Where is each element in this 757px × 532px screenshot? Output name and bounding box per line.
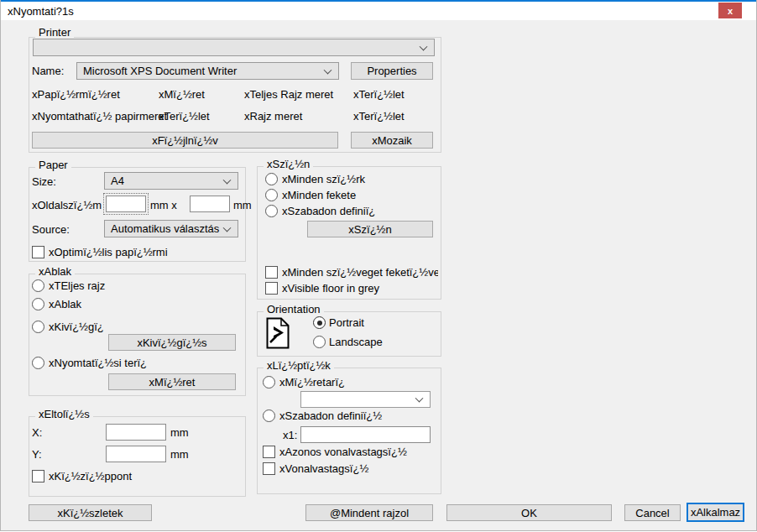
optimal-paper-checkbox[interactable]	[32, 246, 44, 258]
offset-x-input[interactable]	[106, 424, 166, 441]
area-info-label-1: xTerï¿½let	[353, 89, 405, 101]
chevron-down-icon	[324, 65, 332, 74]
page-unit-label-1: mm x	[150, 200, 177, 211]
drawing-size-info-label: xRajz meret	[244, 111, 302, 123]
size-button[interactable]: xMï¿½ret	[108, 373, 236, 390]
full-drawing-radio-label: xTEljes rajz	[49, 280, 105, 292]
filename-button[interactable]: xFï¿½jlnï¿½v	[32, 132, 338, 149]
window-radio[interactable]	[32, 298, 44, 310]
offset-y-input[interactable]	[106, 446, 166, 462]
landscape-radio[interactable]	[313, 336, 326, 348]
paper-source-label: Source:	[32, 224, 70, 236]
page-count-label: xOldalszï¿½m	[32, 200, 102, 211]
paper-group-label: Paper	[35, 159, 71, 171]
offset-y-unit-label: mm	[170, 449, 189, 461]
paper-size-label: Size:	[32, 176, 56, 188]
printer-group-label: Printer	[35, 26, 74, 39]
page-unit-label-2: mm	[233, 200, 252, 211]
text-black-checkbox-label: xMinden szï¿½veget feketï¿½vel nyom	[282, 267, 438, 279]
chevron-down-icon	[223, 223, 232, 232]
offset-y-label: Y:	[32, 449, 42, 461]
custom-scale-radio[interactable]	[263, 409, 275, 422]
printer-name-label: Name:	[32, 65, 64, 77]
size-info-label: xMï¿½ret	[159, 89, 205, 101]
print-dialog: xNyomtati?1s x Printer Name: Microsoft X…	[0, 0, 757, 531]
window-title: xNyomtati?1s	[8, 5, 74, 18]
all-grey-radio[interactable]	[265, 173, 278, 185]
title-bar: xNyomtati?1s	[1, 2, 756, 20]
chevron-down-icon	[223, 175, 232, 184]
mosaic-button[interactable]: xMozaik	[351, 132, 433, 149]
window-radio-label: xAblak	[49, 299, 81, 310]
page-orientation-icon	[265, 317, 290, 349]
scale-ratio-radio-label: xMï¿½retarï¿	[279, 377, 436, 389]
all-black-radio[interactable]	[265, 189, 278, 201]
scale-ratio-combobox[interactable]	[300, 391, 431, 408]
printer-name-combobox[interactable]: Microsoft XPS Document Writer	[76, 62, 339, 80]
window-area-group-label: xAblak	[35, 265, 75, 278]
close-button[interactable]: x	[718, 3, 742, 18]
optimal-paper-checkbox-label: xOptimï¿½lis papï¿½rmi	[49, 247, 168, 258]
color-button[interactable]: xSzï¿½n	[307, 221, 433, 237]
properties-button[interactable]: Properties	[351, 62, 433, 80]
text-black-checkbox[interactable]	[265, 266, 278, 279]
chevron-down-icon	[415, 394, 424, 403]
clip-button[interactable]: xKivï¿½gï¿½s	[108, 334, 236, 351]
color-group-label: xSzï¿½n	[264, 158, 313, 170]
center-checkbox-label: xKï¿½zï¿½ppont	[49, 471, 132, 482]
scale-x1-input[interactable]	[300, 426, 431, 443]
clip-radio-label: xKivï¿½gï¿	[49, 321, 104, 333]
lineweight-checkbox-label: xVonalvastagsï¿½	[279, 463, 368, 475]
draw-all-button[interactable]: @Mindent rajzol	[305, 504, 433, 521]
ok-button[interactable]: OK	[446, 504, 612, 521]
page-height-input[interactable]	[190, 196, 230, 212]
floor-grey-checkbox-label: xVisible floor in grey	[282, 283, 379, 295]
apply-button[interactable]: xAlkalmaz	[687, 503, 744, 522]
chevron-down-icon	[420, 42, 428, 50]
paper-source-combobox[interactable]: Automatikus választás	[104, 220, 238, 237]
scale-x1-label: x1:	[283, 430, 297, 441]
close-icon: x	[728, 6, 733, 16]
clip-radio[interactable]	[32, 321, 44, 333]
printable-paper-size-info-label: xNyomtathatï¿½ papirmeret	[32, 111, 167, 123]
printer-top-combobox[interactable]	[33, 39, 435, 56]
floor-grey-checkbox[interactable]	[265, 282, 278, 295]
paper-size-info-label: xPapï¿½rmï¿½ret	[32, 89, 120, 101]
presets-button[interactable]: xKï¿½szletek	[29, 504, 152, 521]
all-grey-radio-label: xMinden szï¿½rk	[282, 174, 436, 185]
print-area-radio-label: xNyomtatï¿½si terï¿	[49, 357, 147, 369]
lineweight-checkbox[interactable]	[263, 462, 275, 475]
portrait-radio[interactable]	[313, 316, 326, 329]
offset-x-label: X:	[32, 427, 42, 439]
all-black-radio-label: xMinden fekete	[282, 190, 356, 201]
orientation-group-label: Orientation	[264, 303, 324, 316]
offset-group-label: xEltolï¿½s	[35, 408, 93, 420]
custom-color-radio[interactable]	[265, 205, 278, 217]
scale-ratio-radio[interactable]	[263, 376, 275, 389]
paper-size-combobox-value: A4	[111, 175, 124, 187]
portrait-radio-label: Portrait	[329, 317, 364, 329]
scale-group-label: xLï¿½ptï¿½k	[264, 359, 334, 372]
landscape-radio-label: Landscape	[329, 336, 383, 348]
printer-name-combobox-value: Microsoft XPS Document Writer	[83, 65, 237, 77]
area-info-label-2: xTerï¿½let	[159, 111, 210, 123]
print-area-radio[interactable]	[32, 357, 44, 369]
full-drawing-radio[interactable]	[32, 279, 44, 292]
paper-size-combobox[interactable]: A4	[104, 172, 238, 190]
area-info-label-3: xTerï¿½let	[353, 111, 405, 123]
cancel-button[interactable]: Cancel	[624, 504, 681, 521]
custom-scale-radio-label: xSzabadon definiï¿½	[279, 410, 382, 422]
page-width-input[interactable]	[106, 196, 146, 212]
same-lineweight-checkbox-label: xAzonos vonalvastagsï¿½	[279, 446, 407, 458]
offset-x-unit-label: mm	[170, 427, 189, 439]
same-lineweight-checkbox[interactable]	[263, 446, 275, 458]
full-drawing-size-info-label: xTeljes Rajz meret	[244, 89, 333, 101]
center-checkbox[interactable]	[32, 470, 44, 482]
custom-color-radio-label: xSzabadon definiï¿	[282, 206, 436, 217]
paper-source-combobox-value: Automatikus választás	[111, 222, 219, 235]
